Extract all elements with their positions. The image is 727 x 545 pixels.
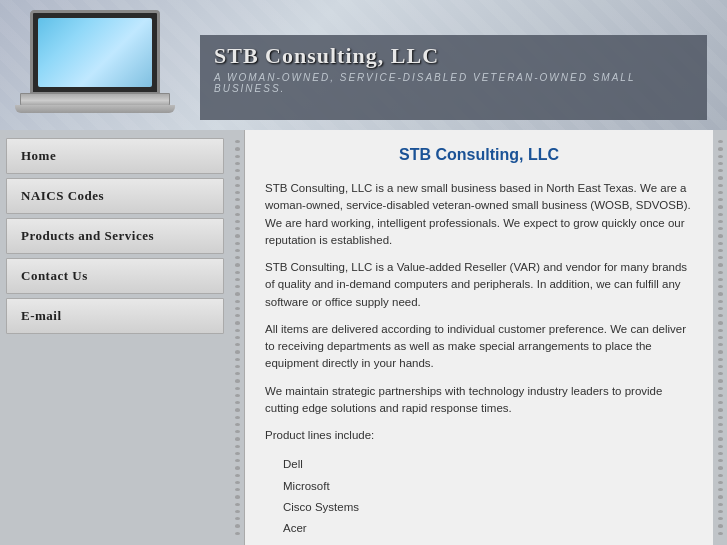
product-acer: Acer [273,518,693,539]
company-name: STB Consulting, LLC [214,43,693,69]
dot [718,227,723,230]
dot [235,488,240,491]
dot [235,278,240,281]
dot [718,510,723,513]
dot [718,336,723,339]
dot [718,379,723,382]
dot [718,452,723,455]
dot [235,292,240,295]
content-body: STB Consulting, LLC is a new small busin… [265,180,693,539]
dot [718,140,723,143]
dot [235,162,240,165]
dot [235,459,240,462]
dot [235,452,240,455]
dot [718,372,723,375]
dot [235,234,240,237]
sidebar: Home NAICS Codes Products and Services C… [0,130,230,545]
dot [235,401,240,404]
company-tagline: A woman-owned, service-disabled veteran-… [214,72,693,94]
sidebar-dots [230,130,244,545]
dot [235,343,240,346]
dot [235,495,240,498]
dot [718,474,723,477]
dot [235,336,240,339]
dot [718,430,723,433]
dot [718,445,723,448]
dot [718,234,723,237]
dot [235,510,240,513]
dot [235,242,240,245]
dot [235,249,240,252]
paragraph-5: Product lines include: [265,427,693,444]
content-title: STB Consulting, LLC [265,146,693,164]
paragraph-3: All items are delivered according to ind… [265,321,693,373]
sidebar-item-email[interactable]: E-mail [6,298,224,334]
dot [718,394,723,397]
dot [718,147,723,150]
dot [718,220,723,223]
dot [718,329,723,332]
dot [718,278,723,281]
dot [235,445,240,448]
dot [718,300,723,303]
sidebar-item-naics[interactable]: NAICS Codes [6,178,224,214]
dot [235,184,240,187]
dot [718,249,723,252]
dot [235,191,240,194]
dot [718,162,723,165]
dot [718,191,723,194]
dot [235,517,240,520]
sidebar-item-home[interactable]: Home [6,138,224,174]
dot [718,343,723,346]
dot [718,285,723,288]
dot [235,140,240,143]
dot [718,242,723,245]
sidebar-item-products[interactable]: Products and Services [6,218,224,254]
dot [718,256,723,259]
dot [235,394,240,397]
dot [718,387,723,390]
dot [718,503,723,506]
dot [718,423,723,426]
laptop-screen [30,10,160,95]
sidebar-item-contact[interactable]: Contact Us [6,258,224,294]
laptop-bottom [15,105,175,113]
dot [235,256,240,259]
dot [235,350,240,353]
dot [235,481,240,484]
dot [235,213,240,216]
dot [718,292,723,295]
dot [718,532,723,535]
dot [718,184,723,187]
main-layout: Home NAICS Codes Products and Services C… [0,130,727,545]
dot [235,155,240,158]
dot [718,459,723,462]
dot [235,524,240,527]
product-dell: Dell [273,454,693,475]
dot [235,358,240,361]
dot [718,488,723,491]
dot [718,213,723,216]
dot [235,271,240,274]
right-dots [713,130,727,545]
dot [235,379,240,382]
dot [718,314,723,317]
paragraph-2: STB Consulting, LLC is a Value-added Res… [265,259,693,311]
laptop-illustration [10,5,190,125]
dot [718,198,723,201]
dot [235,365,240,368]
dot [718,307,723,310]
product-microsoft: Microsoft [273,476,693,497]
dot [235,321,240,324]
dot [235,408,240,411]
paragraph-1: STB Consulting, LLC is a new small busin… [265,180,693,249]
dot [235,263,240,266]
content-area: STB Consulting, LLC STB Consulting, LLC … [244,130,713,545]
dot [718,271,723,274]
dot [235,220,240,223]
dot [235,227,240,230]
dot [718,481,723,484]
dot [235,198,240,201]
dot [235,176,240,179]
dot [235,205,240,208]
